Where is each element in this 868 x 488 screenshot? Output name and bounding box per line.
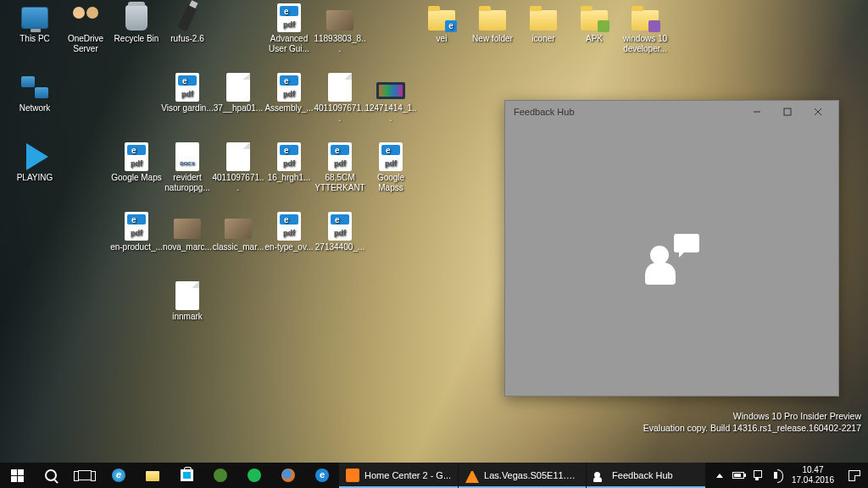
desktop-icon[interactable]: This PC [8,3,61,44]
desktop-icon[interactable]: APK [568,3,620,44]
desktop-icon[interactable]: een-product_... [110,212,163,252]
pdf-icon: e [326,142,354,171]
bin-icon [122,3,151,32]
taskview-button[interactable] [68,463,102,488]
doc-icon [326,73,354,102]
icon-label: New folder [466,34,519,44]
tray-overflow[interactable] [710,463,729,488]
desktop-icon[interactable]: e16_hrgh1... [263,142,315,183]
desktop-icon[interactable]: e27134400_... [314,212,366,252]
icon-label: 4011097671... [212,173,264,193]
tray-volume-icon[interactable] [766,463,785,488]
desktop-icon[interactable]: PLAYING [8,142,61,183]
play-icon [20,142,49,171]
desktop-icon[interactable]: iconer [517,3,570,44]
desktop-icon[interactable]: windows 10 developer... [619,3,671,54]
desktop-icon[interactable]: innmark [161,281,214,322]
desktop-icon[interactable]: New folder [466,3,519,44]
desktop-icon[interactable]: 4011097671... [212,142,264,193]
desktop-icon[interactable]: eAssembly_... [263,73,315,114]
desktop-icon[interactable]: 12471414_1... [364,73,417,124]
desktop-icon[interactable]: een-type_ov... [263,212,315,252]
icon-label: Assembly_... [263,103,315,114]
desktop-icon[interactable]: eGoogle Maps [110,142,163,183]
maximize-button[interactable] [772,101,803,123]
icon-label: 16_hrgh1... [263,173,315,183]
task-label: Las.Vegas.S05E11.A... [484,470,579,480]
icon-label: Google Mapss [364,173,417,193]
taskbar-task[interactable]: Feedback Hub [587,463,705,488]
pinned-app-green[interactable] [203,463,237,488]
pdf-icon: e [275,142,303,171]
img-icon [224,212,253,241]
taskbar-task[interactable]: Home Center 2 - G... [339,463,458,488]
icon-label: Recycle Bin [110,34,163,44]
clock-time: 10.47 [792,465,834,475]
desktop-icon[interactable]: revidert naturoppg... [161,142,214,193]
icon-label: 12471414_1... [364,103,417,124]
action-center-button[interactable] [841,470,868,481]
icon-label: 4011097671... [314,103,366,124]
search-button[interactable] [34,463,68,488]
pinned-file-explorer[interactable] [136,463,170,488]
folder-vs-icon [631,3,659,32]
pinned-ie[interactable] [102,463,136,488]
svg-rect-1 [784,108,791,115]
img-icon [326,3,354,32]
docx-icon [173,142,202,171]
pinned-firefox[interactable] [271,463,305,488]
desktop-icon[interactable]: 11893803_8... [314,3,366,54]
icon-label: OneDrive Server [59,34,112,54]
clock[interactable]: 10.47 17.04.2016 [785,465,841,485]
pinned-edge[interactable] [305,463,339,488]
system-tray[interactable]: 10.47 17.04.2016 [710,463,868,488]
desktop-icon[interactable]: rufus-2.6 [161,3,214,44]
taskbar-task[interactable]: Las.Vegas.S05E11.A... [459,463,586,488]
icon-label: classic_mar... [212,242,264,252]
icon-label: PLAYING [8,173,61,183]
desktop-icon[interactable]: e68,5CM YTTERKANT [314,142,366,193]
desktop-icon[interactable]: 4011097671... [314,73,366,124]
feedback-hub-window[interactable]: Feedback Hub [504,100,839,396]
usb-icon [173,3,202,32]
icon-label: 37__hpa01... [212,103,264,114]
desktop-icon[interactable]: eAdvanced User Gui... [263,3,315,54]
desktop-icon[interactable]: eGoogle Mapss [364,142,417,193]
icon-label: Network [8,103,61,114]
task-label: Feedback Hub [612,470,673,480]
net-icon [20,73,49,102]
icon-label: 11893803_8... [314,34,366,54]
folder-edge-icon [427,3,456,32]
close-button[interactable] [803,101,833,123]
folder-icon [478,3,507,32]
desktop-icon[interactable]: classic_mar... [212,212,264,252]
desktop-icon[interactable]: nova_marc... [161,212,214,252]
icon-label: vei [415,34,468,44]
doc-icon [224,142,253,171]
start-button[interactable] [0,463,34,488]
desktop-icon[interactable]: eVisor gardin... [161,73,214,114]
desktop-icon[interactable]: Recycle Bin [110,3,163,44]
tray-battery-icon[interactable] [729,463,748,488]
desktop-icon[interactable]: Network [8,73,61,114]
desktop-icon[interactable]: vei [415,3,468,44]
taskbar[interactable]: Home Center 2 - G...Las.Vegas.S05E11.A..… [0,463,868,488]
tray-network-icon[interactable] [748,463,766,488]
desktop[interactable]: This PCOneDrive ServerRecycle Binrufus-2… [0,0,868,463]
desktop-icon[interactable]: 37__hpa01... [212,73,264,114]
icon-label: rufus-2.6 [161,34,214,44]
minimize-button[interactable] [742,101,772,123]
pdf-icon: e [122,142,151,171]
window-titlebar[interactable]: Feedback Hub [505,101,838,123]
pc-icon [20,3,49,32]
folder-icon [529,3,558,32]
clock-date: 17.04.2016 [792,475,834,485]
icon-label: APK [568,34,620,44]
pinned-store[interactable] [170,463,203,488]
pinned-spotify[interactable] [237,463,271,488]
icon-label: en-type_ov... [263,242,315,252]
desktop-icon[interactable]: OneDrive Server [59,3,112,54]
pdf-icon: e [326,212,354,241]
pdf-icon: e [275,3,303,32]
img-icon [173,212,202,241]
